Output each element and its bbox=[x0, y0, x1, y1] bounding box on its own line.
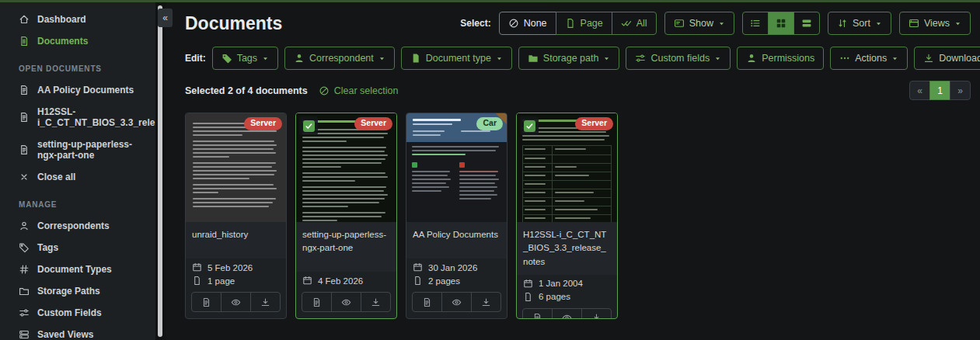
document-title[interactable]: H12SSL-i_C_CT_NT_BIOS_3.3_release_notes bbox=[517, 222, 617, 275]
tags-label: Tags bbox=[237, 53, 257, 64]
sidebar-item-dashboard[interactable]: Dashboard bbox=[0, 9, 155, 30]
page-count-label: 1 page bbox=[208, 276, 235, 286]
correspondent-button[interactable]: Correspondent bbox=[284, 47, 395, 70]
stack-icon bbox=[19, 329, 30, 340]
close-all-button-label: Close all bbox=[37, 172, 75, 182]
eye-icon bbox=[231, 297, 241, 307]
grid-icon bbox=[776, 18, 786, 29]
document-title[interactable]: setting-up-paperless-ngx-part-one bbox=[296, 222, 396, 272]
scrollbar-thumb[interactable] bbox=[158, 5, 162, 337]
sort-button[interactable]: Sort bbox=[828, 12, 891, 35]
detail-view-button[interactable] bbox=[793, 12, 820, 35]
document-card[interactable]: ServerH12SSL-i_C_CT_NT_BIOS_3.3_release_… bbox=[516, 113, 618, 319]
open-document-item-2[interactable]: setting-up-paperless-ngx-part-one bbox=[0, 134, 155, 166]
actions-button[interactable]: Actions bbox=[830, 47, 908, 70]
sidebar-item-storage-paths[interactable]: Storage Paths bbox=[0, 280, 155, 302]
preview-document-button[interactable] bbox=[331, 293, 361, 311]
tag-badge[interactable]: Car bbox=[476, 117, 503, 130]
tags-button[interactable]: Tags bbox=[212, 47, 278, 70]
sort-arrows-icon bbox=[837, 18, 848, 29]
views-button[interactable]: Views bbox=[899, 12, 971, 35]
document-card[interactable]: Serversetting-up-paperless-ngx-part-one4… bbox=[295, 113, 397, 319]
main-content: Documents Select: NonePageAll Show Sort bbox=[166, 2, 980, 340]
open-document-item-0[interactable]: AA Policy Documents bbox=[0, 79, 155, 101]
document-title[interactable]: AA Policy Documents bbox=[406, 222, 507, 258]
document-thumbnail[interactable]: Server bbox=[186, 113, 286, 222]
pagination-next-button[interactable]: » bbox=[950, 81, 971, 100]
document-thumbnail[interactable]: Server bbox=[517, 113, 617, 222]
card-checkbox[interactable] bbox=[299, 116, 318, 135]
document-thumbnail[interactable]: Server bbox=[296, 113, 396, 222]
download-document-button[interactable] bbox=[581, 309, 611, 319]
file-text-icon bbox=[312, 297, 322, 307]
edit-document-button[interactable] bbox=[302, 293, 331, 311]
three-dots-icon bbox=[839, 53, 850, 64]
file-icon bbox=[565, 18, 576, 29]
sidebar-item-saved-views[interactable]: Saved Views bbox=[0, 324, 155, 340]
person-fill-icon bbox=[294, 53, 305, 64]
document-type-button[interactable]: Document type bbox=[401, 47, 512, 70]
open-document-item-1[interactable]: H12SSL-i_C_CT_NT_BIOS_3.3_rele... bbox=[0, 101, 155, 134]
permissions-label: Permissions bbox=[762, 53, 814, 64]
show-button-label: Show bbox=[689, 18, 713, 29]
document-card[interactable]: Serverunraid_history5 Feb 20261 page bbox=[185, 113, 287, 319]
edit-document-button[interactable] bbox=[523, 309, 552, 319]
document-thumbnail[interactable]: Car bbox=[406, 113, 507, 222]
tag-badge[interactable]: Server bbox=[575, 117, 613, 130]
selection-status: Selected 2 of 4 documents bbox=[185, 85, 308, 96]
tag-badge[interactable]: Server bbox=[354, 117, 392, 130]
sidebar-item-correspondents-label: Correspondents bbox=[37, 220, 110, 231]
edit-label: Edit: bbox=[185, 53, 206, 64]
permissions-button[interactable]: Permissions bbox=[737, 47, 824, 70]
open-document-item-0-label: AA Policy Documents bbox=[37, 85, 134, 95]
tag-badge[interactable]: Server bbox=[244, 117, 282, 130]
sidebar-item-tags[interactable]: Tags bbox=[0, 237, 155, 258]
folder-fill-icon bbox=[528, 53, 539, 64]
sidebar-item-documents[interactable]: Documents bbox=[0, 30, 155, 52]
close-all-button[interactable]: Close all bbox=[0, 166, 155, 188]
grid-view-button[interactable] bbox=[768, 12, 794, 35]
card-date: 1 Jan 2004 bbox=[523, 279, 611, 289]
sidebar-item-document-types[interactable]: Document Types bbox=[0, 258, 155, 280]
sidebar-item-custom-fields[interactable]: Custom Fields bbox=[0, 302, 155, 324]
doc-icon bbox=[19, 36, 30, 47]
card-checkbox[interactable] bbox=[520, 116, 539, 135]
document-type-label: Document type bbox=[426, 53, 491, 64]
custom-fields-label: Custom fields bbox=[650, 53, 710, 64]
open-documents-header: OPEN DOCUMENTS bbox=[0, 52, 155, 79]
document-title[interactable]: unraid_history bbox=[186, 222, 286, 258]
select-button-group: NonePageAll bbox=[499, 12, 657, 35]
sliders-icon bbox=[19, 307, 30, 318]
preview-document-button[interactable] bbox=[441, 293, 471, 311]
storage-path-button[interactable]: Storage path bbox=[518, 47, 620, 70]
select-page-button[interactable]: Page bbox=[556, 12, 612, 35]
check-all-icon bbox=[621, 18, 632, 29]
tag-fill-icon bbox=[221, 53, 232, 64]
show-button[interactable]: Show bbox=[664, 12, 734, 35]
file-fill-icon bbox=[410, 53, 421, 64]
preview-document-button[interactable] bbox=[221, 293, 250, 311]
sidebar-scrollbar[interactable] bbox=[155, 2, 166, 340]
custom-fields-button[interactable]: Custom fields bbox=[626, 47, 731, 70]
list-view-button[interactable] bbox=[742, 12, 769, 35]
chevron-down-icon bbox=[954, 20, 961, 27]
eye-icon bbox=[562, 313, 572, 319]
download-document-button[interactable] bbox=[250, 293, 280, 311]
download-document-button[interactable] bbox=[471, 293, 500, 311]
sliders-icon bbox=[635, 53, 646, 64]
clear-selection-button[interactable]: Clear selection bbox=[319, 85, 399, 96]
sidebar-collapse-button[interactable]: « bbox=[158, 9, 173, 27]
preview-document-button[interactable] bbox=[552, 309, 581, 319]
pagination-page-1-button[interactable]: 1 bbox=[929, 81, 950, 100]
select-none-button[interactable]: None bbox=[499, 12, 556, 35]
card-date: 30 Jan 2026 bbox=[413, 262, 500, 272]
download-document-button[interactable] bbox=[361, 293, 390, 311]
document-card[interactable]: CarAA Policy Documents30 Jan 20262 pages bbox=[406, 113, 507, 319]
select-all-button[interactable]: All bbox=[612, 12, 657, 35]
sort-button-label: Sort bbox=[853, 18, 870, 29]
edit-document-button[interactable] bbox=[192, 293, 221, 311]
pagination-prev-button[interactable]: « bbox=[909, 81, 930, 100]
edit-document-button[interactable] bbox=[413, 293, 441, 311]
sidebar-item-correspondents[interactable]: Correspondents bbox=[0, 215, 155, 237]
download-button[interactable]: Download bbox=[914, 47, 980, 70]
